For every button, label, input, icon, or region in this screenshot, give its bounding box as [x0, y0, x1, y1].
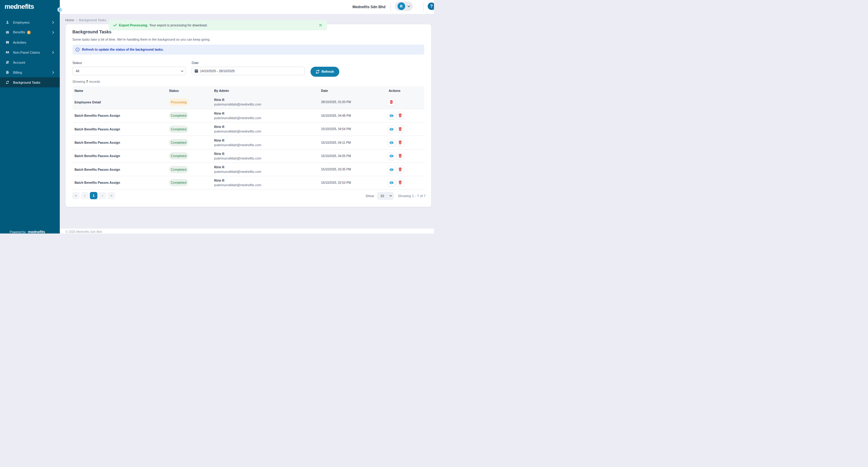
svg-text:i: i [77, 48, 78, 51]
svg-text:?: ? [430, 4, 433, 8]
